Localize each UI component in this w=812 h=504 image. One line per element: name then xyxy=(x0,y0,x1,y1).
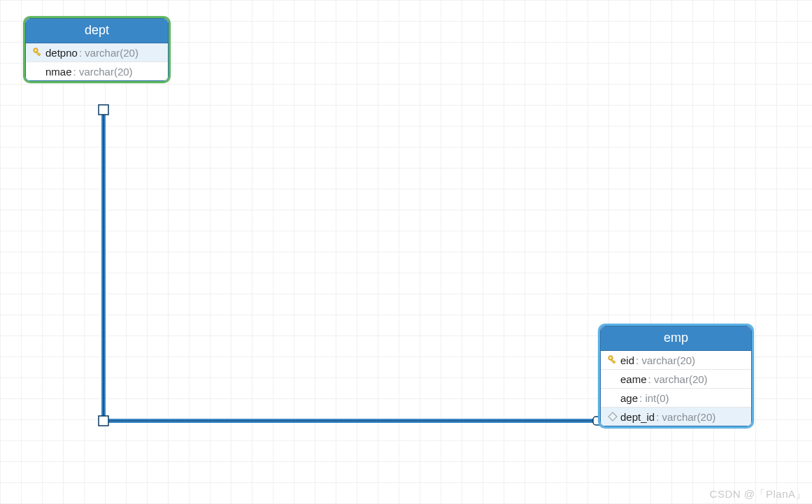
column-type: : varchar(20) xyxy=(79,47,138,59)
column-name: detpno xyxy=(45,47,78,59)
fk-icon xyxy=(605,410,620,423)
key-icon xyxy=(605,354,620,366)
svg-rect-0 xyxy=(99,105,108,115)
svg-marker-11 xyxy=(608,412,617,421)
column-name: age xyxy=(620,392,638,404)
column-type: : varchar(20) xyxy=(636,354,695,366)
entity-emp[interactable]: emp eid: varchar(20) eame: xyxy=(598,324,754,429)
column-row[interactable]: detpno: varchar(20) xyxy=(26,43,168,62)
column-type: : int(0) xyxy=(639,392,669,404)
watermark-text: CSDN @「PlanA」 xyxy=(710,488,806,501)
column-name: nmae xyxy=(45,66,72,78)
column-type: : varchar(20) xyxy=(73,66,133,78)
entity-dept-columns: detpno: varchar(20) nmae: varchar(20) xyxy=(26,43,168,80)
svg-point-4 xyxy=(35,50,36,51)
blank-icon xyxy=(30,65,45,78)
column-type: : varchar(20) xyxy=(656,411,715,423)
column-row[interactable]: eame: varchar(20) xyxy=(601,370,751,389)
column-row[interactable]: age: int(0) xyxy=(601,389,751,408)
column-name: eid xyxy=(620,354,634,366)
column-row[interactable]: eid: varchar(20) xyxy=(601,351,751,370)
blank-icon xyxy=(605,373,620,385)
column-row[interactable]: dept_id: varchar(20) xyxy=(601,408,751,426)
erd-canvas[interactable]: dept detpno: varchar(20) nm xyxy=(0,0,812,504)
entity-emp-columns: eid: varchar(20) eame: varchar(20) age: … xyxy=(601,351,751,426)
blank-icon xyxy=(605,391,620,404)
entity-dept[interactable]: dept detpno: varchar(20) nm xyxy=(23,16,171,83)
column-name: dept_id xyxy=(620,411,655,423)
svg-rect-1 xyxy=(99,416,108,426)
column-row[interactable]: nmae: varchar(20) xyxy=(26,62,168,80)
entity-emp-title: emp xyxy=(601,326,751,351)
column-type: : varchar(20) xyxy=(648,373,708,385)
key-icon xyxy=(30,46,45,59)
column-name: eame xyxy=(620,373,647,385)
svg-point-8 xyxy=(610,357,611,359)
entity-dept-title: dept xyxy=(26,19,168,43)
